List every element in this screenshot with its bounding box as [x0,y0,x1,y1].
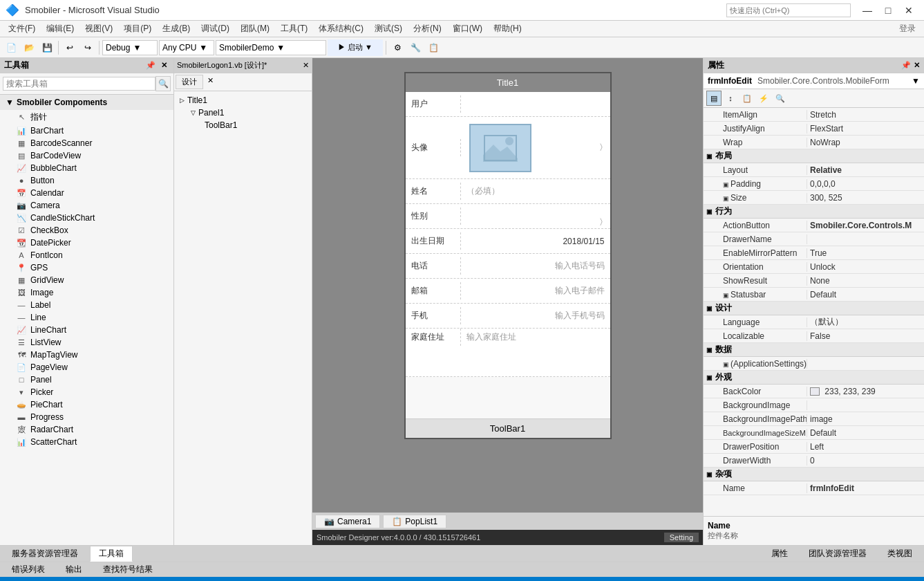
toolbox-item-pageview[interactable]: 📄 PageView [0,361,173,374]
props-row-drawerposition[interactable]: DrawerPosition Left [704,440,924,454]
props-row-showresult[interactable]: ShowResult None [704,274,924,288]
props-row-statusbar[interactable]: ▣Statusbar Default [704,288,924,302]
find-results-tab[interactable]: 查找符号结果 [94,562,162,578]
props-section-layout[interactable]: ▣ 布局 [704,149,924,163]
output-tab[interactable]: 输出 [57,562,91,578]
menu-tools[interactable]: 工具(T) [275,21,313,36]
props-section-data[interactable]: ▣ 数据 [704,343,924,357]
form-row-phone[interactable]: 电话 输入电话号码 [406,254,610,279]
login-text[interactable]: 登录 [899,23,916,35]
form-row-avatar[interactable]: 头像 〉 [406,117,610,179]
form-row-address[interactable]: 家庭住址 输入家庭住址 [406,329,610,377]
props-row-bgimage[interactable]: BackgroundImage [704,398,924,412]
props-row-bgimagepath[interactable]: BackgroundImagePath image [704,412,924,426]
props-row-localizable[interactable]: Localizable False [704,329,924,343]
btm-tab-classview[interactable]: 类视图 [878,546,921,562]
quick-launch-area[interactable] [726,3,851,17]
menu-file[interactable]: 文件(F) [3,21,41,36]
new-file-btn[interactable]: 📄 [3,39,19,56]
toolbox-item-checkbox[interactable]: ☑ CheckBox [0,224,173,237]
form-row-mobile[interactable]: 手机 输入手机号码 [406,304,610,329]
open-file-btn[interactable]: 📂 [21,39,37,56]
menu-arch[interactable]: 体系结构(C) [313,21,369,36]
btm-tab-toolbox[interactable]: 工具箱 [90,546,133,562]
props-tb-event-btn[interactable]: ⚡ [756,91,771,106]
props-tb-search-btn[interactable]: 🔍 [773,91,788,106]
save-btn[interactable]: 💾 [39,39,55,56]
toolbox-item-picker[interactable]: ▾ Picker [0,386,173,398]
props-row-layout[interactable]: Layout Relative [704,163,924,177]
toolbox-item-fonticon[interactable]: A FontIcon [0,249,173,261]
toolbox-item-barcodescanner[interactable]: ▦ BarcodeScanner [0,137,173,149]
toolbox-search-input[interactable] [3,77,155,91]
toolbox-item-calendar[interactable]: 📅 Calendar [0,187,173,199]
toolbox-item-listview[interactable]: ☰ ListView [0,336,173,349]
project-dropdown[interactable]: SmobilerDemo ▼ [216,40,326,55]
form-canvas[interactable]: Title1 用户 头像 [404,72,612,439]
props-row-justifyalign[interactable]: JustifyAlign FlexStart [704,122,924,136]
btm-tab-server[interactable]: 服务器资源管理器 [3,546,87,562]
error-list-tab[interactable]: 错误列表 [3,562,54,578]
toolbox-item-barcodeview[interactable]: ▤ BarCodeView [0,149,173,162]
menu-debug[interactable]: 调试(D) [196,21,235,36]
toolbox-item-linechart[interactable]: 📈 LineChart [0,324,173,336]
props-section-appearance[interactable]: ▣ 外观 [704,371,924,385]
props-row-bgimagesize[interactable]: BackgroundImageSizeM Default [704,426,924,440]
props-tb-copy-btn[interactable]: 📋 [739,91,755,106]
props-section-design[interactable]: ▣ 设计 [704,302,924,315]
toolbox-category-smobiler[interactable]: ▼ Smobiler Compoments [0,95,173,110]
form-title-row[interactable]: Title1 [406,73,610,92]
menu-test[interactable]: 测试(S) [369,21,408,36]
props-row-appsettings[interactable]: ▣(ApplicationSettings) [704,357,924,371]
props-row-name[interactable]: Name frmInfoEdit [704,481,924,495]
toolbox-item-camera[interactable]: 📷 Camera [0,199,173,212]
designer-tab[interactable]: 设计 [176,75,203,89]
toolbox-item-pointer[interactable]: ↖ 指针 [0,110,173,124]
form-toolbar-row[interactable]: ToolBar1 [406,418,610,438]
props-selector-dropdown[interactable]: ▼ [912,76,920,86]
toolbox-close-icon[interactable]: ✕ [159,60,169,71]
toolbox-item-image[interactable]: 🖼 Image [0,286,173,299]
props-row-backcolor[interactable]: BackColor 233, 233, 239 [704,385,924,398]
menu-help[interactable]: 帮助(H) [488,21,527,36]
menu-build[interactable]: 生成(B) [157,21,196,36]
toolbox-item-datepicker[interactable]: 📆 DatePicker [0,237,173,249]
redo-btn[interactable]: ↪ [79,39,96,56]
props-row-drawerwidth[interactable]: DrawerWidth 0 [704,454,924,468]
tb-extra3[interactable]: 📋 [425,39,442,56]
minimize-button[interactable]: — [858,1,877,20]
form-row-birthdate[interactable]: 出生日期 2018/01/15 [406,229,610,254]
tree-node-panel[interactable]: ▽ Panel1 [188,107,309,119]
props-row-enablemirror[interactable]: EnableMirrorPattern True [704,246,924,260]
camera-tab[interactable]: 📷 Camera1 [315,515,380,528]
toolbox-item-gridview[interactable]: ▦ GridView [0,274,173,286]
poplist-tab[interactable]: 📋 PopList1 [383,515,446,528]
tb-extra1[interactable]: ⚙ [389,39,406,56]
toolbox-item-radarchart[interactable]: 🕸 RadarChart [0,423,173,436]
quick-launch-input[interactable] [726,3,851,17]
close-button[interactable]: ✕ [899,1,918,20]
toolbox-item-piechart[interactable]: 🥧 PieChart [0,398,173,411]
cpu-config-dropdown[interactable]: Any CPU ▼ [159,40,214,55]
toolbox-item-scatterchart[interactable]: 📊 ScatterChart [0,436,173,448]
toolbox-item-gps[interactable]: 📍 GPS [0,261,173,274]
toolbox-item-candlestick[interactable]: 📉 CandleStickChart [0,212,173,224]
toolbox-item-button[interactable]: ● Button [0,174,173,187]
toolbox-item-bubblechart[interactable]: 📈 BubbleChart [0,162,173,174]
props-pin-icon[interactable]: 📌 [901,61,911,70]
menu-edit[interactable]: 编辑(E) [41,21,79,36]
tb-extra2[interactable]: 🔧 [407,39,424,56]
undo-btn[interactable]: ↩ [62,39,78,56]
props-close-icon[interactable]: ✕ [914,61,920,70]
props-row-wrap[interactable]: Wrap NoWrap [704,136,924,149]
form-row-gender[interactable]: 性别 〉 [406,204,610,229]
maximize-button[interactable]: □ [878,1,898,20]
props-tb-sort-btn[interactable]: ↕ [723,91,738,106]
tree-panel-close[interactable]: ✕ [303,61,309,70]
toolbox-item-line[interactable]: — Line [0,311,173,324]
setting-button[interactable]: Setting [664,533,699,542]
menu-view[interactable]: 视图(V) [79,21,118,36]
menu-analyze[interactable]: 分析(N) [408,21,447,36]
props-row-drawername[interactable]: DrawerName [704,232,924,246]
props-tb-grid-btn[interactable]: ▤ [706,91,722,106]
